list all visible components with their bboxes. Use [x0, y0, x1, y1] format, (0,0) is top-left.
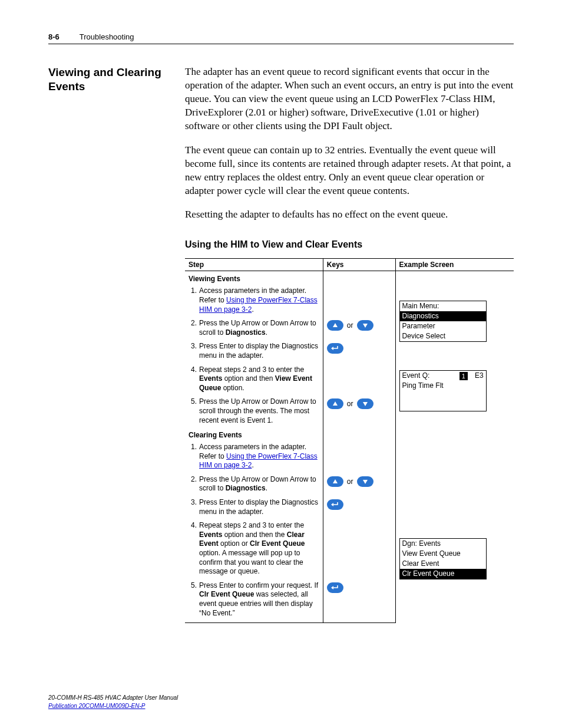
clear-step-2: Press the Up Arrow or Down Arrow to scro… — [199, 475, 319, 493]
viewing-heading: Viewing Events — [185, 271, 323, 285]
clear-step-5: Press Enter to confirm your request. If … — [199, 581, 319, 618]
footer-publication-link[interactable]: Publication 20COMM-UM009D-EN-P — [48, 703, 146, 709]
paragraph-2: The event queue can contain up to 32 ent… — [185, 144, 514, 198]
clear-step-4: Repeat steps 2 and 3 to enter the Events… — [199, 521, 319, 577]
down-arrow-key-icon — [357, 320, 373, 331]
lcd-dgn-events: Dgn: Events View Event Queue Clear Event… — [399, 538, 487, 579]
up-arrow-key-icon — [327, 476, 343, 487]
or-label: or — [347, 477, 353, 486]
enter-key-icon — [327, 582, 343, 593]
lcd-eq-code: E3 — [475, 371, 484, 380]
enter-key-icon — [327, 343, 343, 354]
view-step-4: Repeat steps 2 and 3 to enter the Events… — [199, 365, 319, 393]
side-heading: Viewing and Clearing Events — [48, 65, 172, 94]
col-keys: Keys — [323, 259, 395, 271]
lcd-line-selected: Clr Event Queue — [400, 569, 486, 579]
paragraph-3: Resetting the adapter to defaults has no… — [185, 208, 514, 222]
sub-heading: Using the HIM to View and Clear Events — [185, 239, 514, 250]
down-arrow-key-icon — [357, 398, 373, 409]
up-arrow-key-icon — [327, 398, 343, 409]
view-step-3: Press Enter to display the Diagnostics m… — [199, 342, 319, 360]
up-arrow-key-icon — [327, 320, 343, 331]
steps-table: Step Keys Example Screen Viewing Events … — [185, 258, 514, 623]
clearing-heading: Clearing Events — [185, 427, 323, 440]
page-footer: 20-COMM-H RS-485 HVAC Adapter User Manua… — [48, 694, 514, 710]
clear-step-3: Press Enter to display the Diagnostics m… — [199, 498, 319, 516]
col-step: Step — [185, 259, 323, 271]
section-name: Troubleshooting — [80, 32, 134, 41]
lcd-line: Clear Event — [400, 559, 486, 569]
lcd-line: Ping Time Flt — [400, 381, 486, 391]
enter-key-icon — [327, 499, 343, 510]
footer-manual-title: 20-COMM-H RS-485 HVAC Adapter User Manua… — [48, 694, 514, 702]
col-example: Example Screen — [395, 259, 514, 271]
clear-step-1: Access parameters in the adapter. Refer … — [199, 443, 319, 470]
paragraph-1: The adapter has an event queue to record… — [185, 65, 514, 133]
lcd-line: Device Select — [400, 331, 486, 341]
lcd-line: Main Menu: — [400, 301, 486, 311]
lcd-line: Dgn: Events — [400, 539, 486, 549]
lcd-line: View Event Queue — [400, 549, 486, 559]
view-step-5: Press the Up Arrow or Down Arrow to scro… — [199, 397, 319, 425]
down-arrow-key-icon — [357, 476, 373, 487]
lcd-eq-label: Event Q: — [402, 371, 430, 380]
or-label: or — [347, 400, 353, 408]
lcd-line-selected: Diagnostics — [400, 311, 486, 321]
or-label: or — [347, 321, 353, 330]
page-number: 8-6 — [48, 32, 59, 41]
page-header: 8-6 Troubleshooting — [48, 32, 514, 44]
lcd-main-menu: Main Menu: Diagnostics Parameter Device … — [399, 301, 487, 342]
lcd-eq-num: 1 — [459, 372, 468, 380]
lcd-line: Parameter — [400, 321, 486, 331]
lcd-event-queue: Event Q: 1 E3 Ping Time Flt — [399, 370, 487, 411]
view-step-1: Access parameters in the adapter. Refer … — [199, 286, 319, 314]
view-step-2: Press the Up Arrow or Down Arrow to scro… — [199, 319, 319, 337]
